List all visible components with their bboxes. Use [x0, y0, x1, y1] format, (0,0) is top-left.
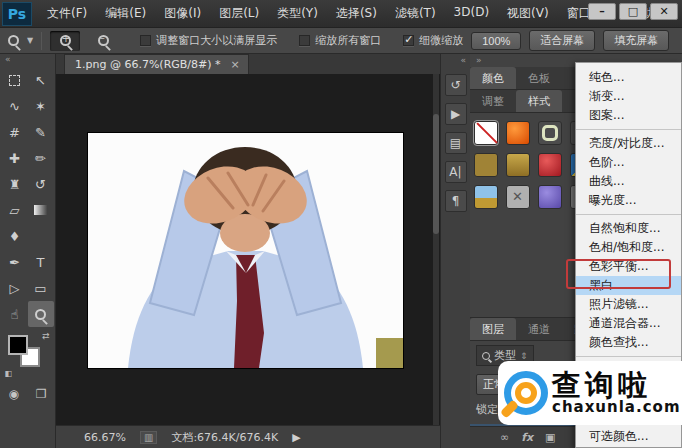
menu-item[interactable]: 曝光度...: [576, 191, 681, 215]
menu-item[interactable]: 图案...: [576, 106, 681, 130]
menu-item[interactable]: 色彩平衡...: [576, 257, 681, 276]
magic-wand-tool[interactable]: ✶: [28, 93, 54, 119]
menu-item[interactable]: 颜色查找...: [576, 333, 681, 357]
layer-effects-icon[interactable]: fx: [521, 431, 533, 444]
style-purple-glossy[interactable]: [538, 185, 562, 209]
fill-screen-button[interactable]: 填充屏幕: [603, 30, 669, 51]
healing-brush-tool[interactable]: ✚: [2, 145, 28, 171]
collapse-tools-icon[interactable]: «: [0, 54, 55, 67]
style-gold-gradient[interactable]: [506, 153, 530, 177]
type-tool[interactable]: T: [28, 249, 54, 275]
zoom-percentage[interactable]: 66.67%: [84, 431, 126, 444]
rectangular-marquee-tool[interactable]: [2, 67, 28, 93]
zoom-out-button[interactable]: [88, 31, 118, 51]
watermark-brand: 查询啦: [552, 370, 681, 400]
menubar-item[interactable]: 编辑(E): [98, 2, 153, 25]
quick-mask-icon[interactable]: ◉: [8, 387, 18, 401]
menu-item[interactable]: 渐变...: [576, 87, 681, 106]
fit-screen-button[interactable]: 适合屏幕: [529, 30, 595, 51]
menubar-item[interactable]: 滤镜(T): [388, 2, 443, 25]
style-none[interactable]: [474, 121, 498, 145]
option-checkbox[interactable]: 细微缩放: [403, 33, 463, 48]
screen-mode-icon[interactable]: ❐: [36, 387, 47, 401]
panel-tab[interactable]: 通道: [516, 318, 562, 340]
paragraph-panel-icon[interactable]: ¶: [445, 190, 467, 212]
history-panel-icon[interactable]: ↺: [445, 74, 467, 96]
canvas-scrollbar[interactable]: [433, 74, 439, 425]
menu-item[interactable]: 纯色...: [576, 68, 681, 87]
zoom-tool[interactable]: [28, 301, 54, 327]
checkbox-icon[interactable]: [140, 35, 151, 46]
chevron-down-icon[interactable]: ▼: [27, 36, 33, 45]
close-button[interactable]: ✕: [650, 3, 678, 20]
menubar-item[interactable]: 文件(F): [40, 2, 94, 25]
brush-tool[interactable]: ✏: [28, 145, 54, 171]
menu-item[interactable]: 照片滤镜...: [576, 295, 681, 314]
layer-mask-icon[interactable]: ▣: [545, 431, 555, 444]
document-tab[interactable]: 1.png @ 66.7%(RGB/8#) * ×: [64, 54, 249, 74]
menu-item[interactable]: 色相/饱和度...: [576, 238, 681, 257]
menu-item[interactable]: 色阶...: [576, 153, 681, 172]
panel-tab[interactable]: 调整: [470, 90, 516, 112]
crop-tool[interactable]: #: [2, 119, 28, 145]
gradient-tool[interactable]: [28, 197, 54, 223]
checkbox-icon[interactable]: [403, 35, 414, 46]
actions-panel-icon[interactable]: ▶: [445, 103, 467, 125]
actual-size-button[interactable]: 100%: [471, 32, 521, 50]
menubar-item[interactable]: 3D(D): [447, 2, 496, 25]
menubar-item[interactable]: 选择(S): [329, 2, 384, 25]
eyedropper-tool[interactable]: ✎: [28, 119, 54, 145]
menu-item[interactable]: 亮度/对比度...: [576, 134, 681, 153]
titlebar: Ps 文件(F)编辑(E)图像(I)图层(L)类型(Y)选择(S)滤镜(T)3D…: [0, 0, 682, 28]
menu-item[interactable]: 自然饱和度...: [576, 219, 681, 238]
panel-tab[interactable]: 颜色: [470, 67, 516, 89]
window-controls: –□✕: [588, 3, 678, 20]
maximize-button[interactable]: □: [619, 3, 647, 20]
character-panel-icon[interactable]: A|: [445, 161, 467, 183]
tool-presets-panel-icon[interactable]: ▤: [445, 132, 467, 154]
menu-item[interactable]: 曲线...: [576, 172, 681, 191]
menubar-item[interactable]: 视图(V): [500, 2, 556, 25]
path-selection-tool[interactable]: ▷: [2, 275, 28, 301]
zoom-options: 调整窗口大小以满屏显示 缩放所有窗口 细微缩放: [140, 33, 463, 48]
style-red-glossy[interactable]: [538, 153, 562, 177]
history-brush-tool[interactable]: ↺: [28, 171, 54, 197]
style-sunset[interactable]: [474, 185, 498, 209]
minimize-button[interactable]: –: [588, 3, 616, 20]
status-arrow-icon[interactable]: ▶: [292, 431, 300, 444]
panel-icons: ↺▶▤A|¶: [441, 74, 470, 212]
foreground-color-swatch[interactable]: [8, 335, 28, 355]
panel-tab[interactable]: 色板: [516, 67, 562, 89]
menu-item[interactable]: 黑白...: [576, 276, 681, 295]
style-pattern[interactable]: [506, 185, 530, 209]
default-colors-icon[interactable]: ◧: [5, 369, 13, 378]
rectangle-tool[interactable]: ▭: [28, 275, 54, 301]
menu-item[interactable]: 通道混合器...: [576, 314, 681, 333]
hand-tool[interactable]: ☝: [2, 301, 28, 327]
panel-tab[interactable]: 图层: [470, 318, 516, 340]
swap-colors-icon[interactable]: ⇄: [42, 331, 50, 341]
pen-tool[interactable]: ✒: [2, 249, 28, 275]
close-tab-icon[interactable]: ×: [231, 58, 240, 74]
style-ring[interactable]: [538, 121, 562, 145]
link-layers-icon[interactable]: ∞: [500, 431, 509, 444]
blur-tool[interactable]: ♦: [2, 223, 28, 249]
canvas-area[interactable]: [56, 74, 440, 425]
style-orange-glossy[interactable]: [506, 121, 530, 145]
option-checkbox[interactable]: 调整窗口大小以满屏显示: [140, 33, 277, 48]
menubar-item[interactable]: 图层(L): [212, 2, 266, 25]
menubar-item[interactable]: 类型(Y): [270, 2, 325, 25]
menubar-item[interactable]: 图像(I): [157, 2, 208, 25]
style-tan[interactable]: [474, 153, 498, 177]
option-checkbox[interactable]: 缩放所有窗口: [299, 33, 381, 48]
zoom-in-button[interactable]: [50, 31, 80, 51]
checkbox-icon[interactable]: [299, 35, 310, 46]
expand-panels-icon[interactable]: «: [441, 54, 470, 67]
menu-item[interactable]: 可选颜色...: [576, 427, 681, 446]
move-tool[interactable]: ↖: [28, 67, 54, 93]
clone-stamp-tool[interactable]: ♜: [2, 171, 28, 197]
eraser-tool[interactable]: ▱: [2, 197, 28, 223]
dodge-tool[interactable]: [28, 223, 54, 249]
panel-tab[interactable]: 样式: [516, 90, 562, 112]
lasso-tool[interactable]: ∿: [2, 93, 28, 119]
